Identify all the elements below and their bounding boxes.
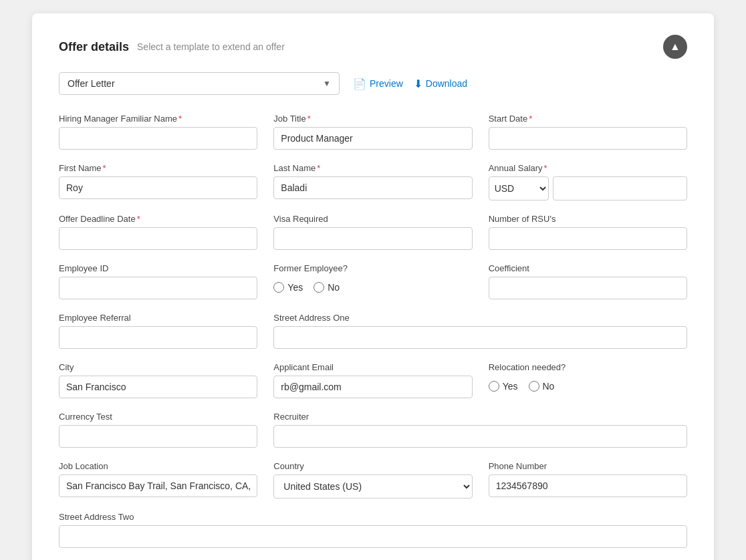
required-star: *	[178, 114, 182, 124]
chevron-down-icon: ▼	[323, 79, 331, 88]
hiring-manager-field: Hiring Manager Familiar Name*	[59, 114, 257, 150]
form-grid: Hiring Manager Familiar Name* Job Title*…	[59, 114, 687, 548]
preview-icon: 📄	[353, 78, 366, 90]
former-employee-no-radio[interactable]	[314, 282, 324, 293]
header-left: Offer details Select a template to exten…	[59, 40, 285, 54]
relocation-field: Relocation needed? Yes No	[489, 362, 687, 398]
former-employee-yes-label: Yes	[287, 282, 303, 293]
employee-id-input[interactable]	[59, 277, 257, 299]
annual-salary-input[interactable]	[553, 176, 687, 200]
former-employee-yes-radio[interactable]	[273, 282, 284, 293]
recruiter-label: Recruiter	[273, 412, 687, 422]
job-location-field: Job Location	[59, 461, 257, 499]
street-address-one-input[interactable]	[273, 326, 687, 349]
header-subtitle: Select a template to extend an offer	[137, 41, 285, 52]
city-field: City	[59, 362, 257, 398]
action-links: 📄 Preview ⬇ Download	[353, 78, 467, 90]
relocation-yes-option[interactable]: Yes	[489, 381, 518, 392]
phone-number-field: Phone Number	[489, 461, 687, 499]
salary-row: USD EUR GBP	[489, 176, 687, 200]
visa-required-label: Visa Required	[273, 214, 472, 224]
currency-test-input[interactable]	[59, 425, 257, 448]
required-star: *	[103, 163, 106, 173]
job-title-field: Job Title*	[273, 114, 472, 150]
relocation-yes-radio[interactable]	[489, 381, 499, 392]
start-date-input[interactable]	[489, 127, 687, 150]
visa-required-field: Visa Required	[273, 214, 472, 250]
start-date-label: Start Date*	[489, 114, 687, 124]
preview-label: Preview	[370, 78, 403, 89]
phone-number-label: Phone Number	[489, 461, 687, 471]
template-dropdown[interactable]: Offer Letter ▼	[59, 72, 340, 95]
applicant-email-field: Applicant Email	[273, 362, 472, 398]
recruiter-input[interactable]	[273, 425, 687, 448]
coefficient-field: Coefficient	[489, 263, 687, 299]
start-date-field: Start Date*	[489, 114, 687, 150]
num-rsus-input[interactable]	[489, 227, 687, 250]
required-star: *	[137, 214, 140, 224]
required-star: *	[529, 114, 532, 124]
applicant-email-input[interactable]	[273, 376, 472, 398]
offer-deadline-field: Offer Deadline Date*	[59, 214, 257, 250]
preview-link[interactable]: 📄 Preview	[353, 78, 403, 90]
recruiter-field: Recruiter	[273, 412, 687, 448]
required-star: *	[317, 163, 320, 173]
download-label: Download	[426, 78, 467, 89]
employee-referral-field: Employee Referral	[59, 313, 257, 349]
former-employee-label: Former Employee?	[273, 263, 472, 273]
visa-required-input[interactable]	[273, 227, 472, 250]
former-employee-radio-group: Yes No	[273, 277, 472, 298]
relocation-no-option[interactable]: No	[529, 381, 555, 392]
annual-salary-label: Annual Salary*	[489, 163, 687, 173]
coefficient-label: Coefficient	[489, 263, 687, 273]
required-star: *	[544, 163, 547, 173]
currency-select[interactable]: USD EUR GBP	[489, 176, 549, 200]
coefficient-input[interactable]	[489, 277, 687, 299]
former-employee-no-label: No	[328, 282, 340, 293]
offer-deadline-input[interactable]	[59, 227, 257, 250]
hiring-manager-label: Hiring Manager Familiar Name*	[59, 114, 257, 124]
phone-number-input[interactable]	[489, 474, 687, 497]
first-name-label: First Name*	[59, 163, 257, 173]
street-address-two-field: Street Address Two	[59, 512, 687, 548]
hiring-manager-input[interactable]	[59, 127, 257, 150]
city-label: City	[59, 362, 257, 372]
street-address-two-input[interactable]	[59, 525, 687, 548]
street-address-two-label: Street Address Two	[59, 512, 687, 522]
required-star: *	[307, 114, 311, 124]
employee-id-field: Employee ID	[59, 263, 257, 299]
collapse-button[interactable]: ▲	[663, 35, 687, 59]
former-employee-no-option[interactable]: No	[314, 282, 340, 293]
employee-id-label: Employee ID	[59, 263, 257, 273]
first-name-field: First Name*	[59, 163, 257, 200]
job-title-label: Job Title*	[273, 114, 472, 124]
job-location-input[interactable]	[59, 474, 257, 497]
country-label: Country	[273, 461, 472, 471]
country-select[interactable]: United States (US) Canada United Kingdom	[273, 474, 472, 499]
relocation-no-label: No	[543, 381, 555, 392]
job-title-input[interactable]	[273, 127, 472, 150]
employee-referral-label: Employee Referral	[59, 313, 257, 323]
city-input[interactable]	[59, 376, 257, 398]
relocation-no-radio[interactable]	[529, 381, 539, 392]
annual-salary-field: Annual Salary* USD EUR GBP	[489, 163, 687, 200]
relocation-label: Relocation needed?	[489, 362, 687, 372]
download-link[interactable]: ⬇ Download	[414, 78, 467, 90]
street-address-one-field: Street Address One	[273, 313, 687, 349]
num-rsus-field: Number of RSU's	[489, 214, 687, 250]
job-location-label: Job Location	[59, 461, 257, 471]
applicant-email-label: Applicant Email	[273, 362, 472, 372]
employee-referral-input[interactable]	[59, 326, 257, 349]
card-header: Offer details Select a template to exten…	[59, 35, 687, 59]
collapse-icon: ▲	[670, 41, 680, 53]
first-name-input[interactable]	[59, 176, 257, 199]
last-name-input[interactable]	[273, 176, 472, 199]
former-employee-yes-option[interactable]: Yes	[273, 282, 303, 293]
currency-test-label: Currency Test	[59, 412, 257, 422]
num-rsus-label: Number of RSU's	[489, 214, 687, 224]
dropdown-label: Offer Letter	[68, 78, 115, 89]
last-name-label: Last Name*	[273, 163, 472, 173]
offer-details-card: Offer details Select a template to exten…	[32, 13, 714, 560]
offer-deadline-label: Offer Deadline Date*	[59, 214, 257, 224]
country-field: Country United States (US) Canada United…	[273, 461, 472, 499]
